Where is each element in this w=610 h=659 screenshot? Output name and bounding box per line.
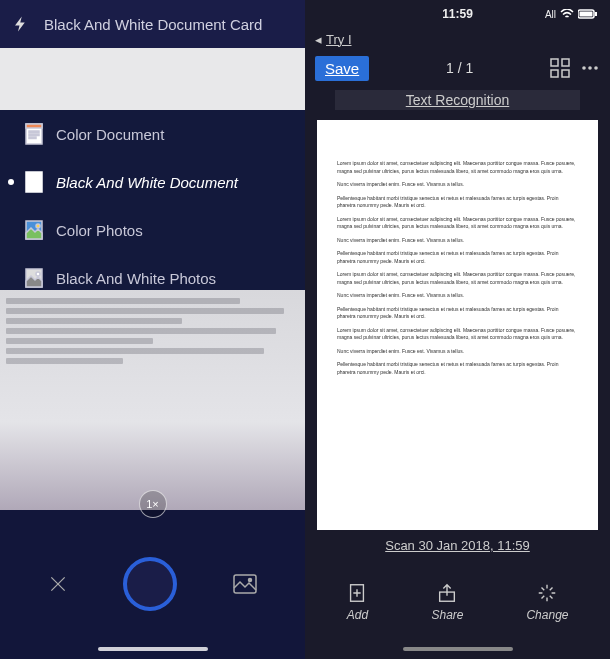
svg-rect-1	[26, 124, 42, 128]
mode-label: Black And White Document	[56, 174, 238, 191]
svg-rect-18	[595, 12, 597, 16]
svg-rect-6	[29, 176, 39, 178]
back-chevron-icon: ◂	[315, 32, 322, 47]
share-icon	[436, 582, 458, 604]
share-label: Share	[431, 608, 463, 622]
camera-bottom-bar	[0, 539, 305, 659]
svg-point-15	[249, 579, 252, 582]
current-mode-label[interactable]: Black And White Document Card	[44, 16, 262, 33]
share-button[interactable]: Share	[431, 582, 463, 622]
preview-toolbar: Save 1 / 1	[305, 50, 610, 86]
gallery-icon[interactable]	[233, 574, 257, 594]
color-document-icon	[24, 122, 44, 146]
svg-rect-19	[551, 59, 558, 66]
doc-paragraph: Pellentesque habitant morbi tristique se…	[337, 306, 578, 321]
doc-paragraph: Pellentesque habitant morbi tristique se…	[337, 361, 578, 376]
change-button[interactable]: Change	[526, 582, 568, 622]
svg-rect-2	[29, 131, 39, 133]
svg-rect-3	[29, 134, 39, 136]
page-indicator: 1 / 1	[377, 60, 542, 76]
back-row[interactable]: ◂ Try I	[305, 28, 610, 50]
status-bar: 11:59 All	[305, 0, 610, 28]
add-label: Add	[347, 608, 368, 622]
svg-point-25	[594, 66, 598, 70]
svg-rect-8	[29, 182, 39, 184]
doc-paragraph: Lorem ipsum dolor sit amet, consectetuer…	[337, 271, 578, 286]
change-label: Change	[526, 608, 568, 622]
save-button[interactable]: Save	[315, 56, 369, 81]
camera-preview	[0, 290, 305, 510]
text-recognition-label: Text Recognition	[406, 92, 510, 108]
bw-document-icon	[24, 170, 44, 194]
svg-rect-9	[29, 185, 36, 187]
home-indicator	[403, 647, 513, 651]
back-label: Try I	[326, 32, 352, 47]
mode-item-color-photos[interactable]: Color Photos	[0, 206, 305, 254]
more-icon[interactable]	[580, 58, 600, 78]
doc-paragraph: Lorem ipsum dolor sit amet, consectetuer…	[337, 216, 578, 231]
save-label: Save	[325, 60, 359, 77]
status-time: 11:59	[442, 7, 473, 21]
wifi-icon	[560, 9, 574, 19]
shutter-button[interactable]	[123, 557, 177, 611]
mode-label: Color Photos	[56, 222, 143, 239]
home-indicator	[98, 647, 208, 651]
doc-paragraph: Pellentesque habitant morbi tristique se…	[337, 195, 578, 210]
add-button[interactable]: Add	[346, 582, 368, 622]
bw-photos-icon	[24, 266, 44, 290]
svg-rect-7	[29, 179, 39, 181]
mode-label: Black And White Photos	[56, 270, 216, 287]
document-page[interactable]: Lorem ipsum dolor sit amet, consectetuer…	[317, 120, 598, 530]
grid-icon[interactable]	[550, 58, 570, 78]
camera-header: Black And White Document Card	[0, 0, 305, 48]
color-photos-icon	[24, 218, 44, 242]
camera-screen: Black And White Document Card Color Docu…	[0, 0, 305, 659]
doc-paragraph: Lorem ipsum dolor sit amet, consectetuer…	[337, 327, 578, 342]
svg-rect-22	[562, 70, 569, 77]
close-icon[interactable]	[48, 574, 68, 594]
flash-icon[interactable]	[12, 15, 30, 33]
doc-paragraph: Nunc viverra imperdiet enim. Fusce est. …	[337, 292, 578, 300]
text-recognition-button[interactable]: Text Recognition	[335, 90, 580, 110]
doc-paragraph: Nunc viverra imperdiet enim. Fusce est. …	[337, 181, 578, 189]
mode-label: Color Document	[56, 126, 164, 143]
document-name[interactable]: Scan 30 Jan 2018, 11:59	[305, 538, 610, 553]
mode-item-bw-document[interactable]: Black And White Document	[0, 158, 305, 206]
change-icon	[536, 582, 558, 604]
zoom-badge[interactable]: 1×	[139, 490, 167, 518]
svg-rect-17	[580, 12, 593, 17]
add-page-icon	[346, 582, 368, 604]
svg-point-11	[36, 224, 40, 228]
mode-menu: Color Document Black And White Document …	[0, 110, 305, 302]
mode-item-color-document[interactable]: Color Document	[0, 110, 305, 158]
svg-rect-4	[29, 137, 36, 139]
preview-bottom-bar: Add Share Change	[305, 569, 610, 659]
doc-paragraph: Nunc viverra imperdiet enim. Fusce est. …	[337, 237, 578, 245]
svg-rect-21	[551, 70, 558, 77]
doc-paragraph: Pellentesque habitant morbi tristique se…	[337, 250, 578, 265]
battery-icon	[578, 9, 598, 19]
status-network: All	[545, 9, 556, 20]
doc-paragraph: Lorem ipsum dolor sit amet, consectetuer…	[337, 160, 578, 175]
svg-point-13	[36, 272, 40, 276]
doc-paragraph: Nunc viverra imperdiet enim. Fusce est. …	[337, 348, 578, 356]
document-name-label: Scan 30 Jan 2018, 11:59	[385, 538, 530, 553]
camera-preview-top	[0, 48, 305, 110]
svg-point-24	[588, 66, 592, 70]
zoom-value: 1×	[146, 498, 159, 510]
preview-screen: 11:59 All ◂ Try I Save 1 / 1 Text Recogn…	[305, 0, 610, 659]
svg-rect-20	[562, 59, 569, 66]
svg-point-23	[582, 66, 586, 70]
